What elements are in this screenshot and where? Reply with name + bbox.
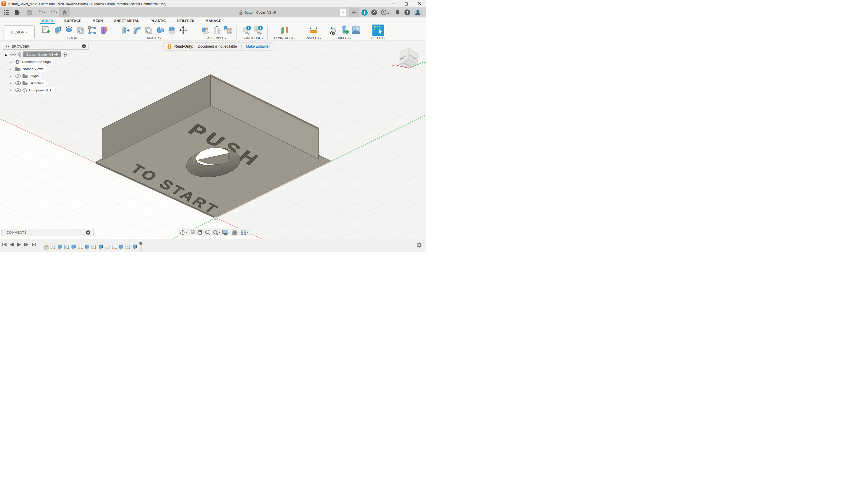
- collapsed-arrow-icon[interactable]: [10, 82, 12, 84]
- eye-visible-icon[interactable]: [15, 81, 21, 85]
- collapsed-arrow-icon[interactable]: [10, 89, 12, 91]
- viewport-3d[interactable]: PUSH TO START RIGHT BACK BOTTOM X: [0, 41, 426, 239]
- browser-root-label[interactable]: Button_Cover_V2 v9: [23, 52, 61, 57]
- timeline-feature-extrude[interactable]: [57, 244, 63, 250]
- look-at-icon[interactable]: [189, 230, 195, 235]
- play-icon[interactable]: [17, 242, 21, 247]
- timeline-feature-sketch[interactable]: [50, 244, 56, 250]
- origin-marker[interactable]: [214, 216, 217, 220]
- section-label-modify[interactable]: MODIFY ▾: [119, 36, 190, 40]
- browser-row-document-settings[interactable]: Document Settings: [10, 58, 53, 65]
- extensions-icon[interactable]: [361, 8, 368, 16]
- save-icon[interactable]: [25, 8, 33, 16]
- browser-row-named-views[interactable]: Named Views: [10, 66, 46, 72]
- tab-plastic[interactable]: PLASTIC: [150, 18, 167, 23]
- section-label-create[interactable]: CREATE ▾: [39, 36, 110, 40]
- expand-arrow-icon[interactable]: [5, 53, 7, 56]
- fillet-icon[interactable]: [132, 25, 142, 36]
- go-to-start-icon[interactable]: [2, 242, 6, 247]
- comments-bar[interactable]: COMMENTS: [1, 229, 93, 236]
- timeline-feature-sketch[interactable]: [77, 244, 83, 250]
- minimize-panel-icon[interactable]: [82, 44, 86, 48]
- combine-icon[interactable]: [155, 25, 166, 36]
- notifications-bell-icon[interactable]: [394, 8, 401, 16]
- timeline-feature-extrude[interactable]: [84, 244, 90, 250]
- plug-icon[interactable]: [370, 8, 378, 16]
- timeline-settings-gear-icon[interactable]: [417, 242, 422, 248]
- browser-row-root[interactable]: Button_Cover_V2 v9: [5, 51, 67, 58]
- file-menu-button[interactable]: ▾: [13, 8, 23, 16]
- section-label-construct[interactable]: CONSTRUCT ▾: [272, 36, 298, 40]
- tab-surface[interactable]: SURFACE: [64, 18, 82, 23]
- timeline-feature-extrude[interactable]: [70, 244, 76, 250]
- help-icon[interactable]: ?: [403, 8, 411, 16]
- zoom-icon[interactable]: [205, 230, 210, 235]
- timeline-feature-sketch[interactable]: [111, 244, 117, 250]
- configuration-icon[interactable]: [242, 25, 253, 36]
- grid-display-icon[interactable]: ▾: [232, 230, 239, 235]
- section-label-insert[interactable]: INSERT ▾: [326, 36, 363, 40]
- timeline-feature-component[interactable]: [43, 244, 49, 250]
- app-grid-icon[interactable]: [2, 8, 10, 16]
- browser-row-origin[interactable]: Origin: [10, 73, 41, 79]
- new-component-icon[interactable]: [200, 25, 210, 36]
- chevron-down-icon[interactable]: ▾: [247, 231, 248, 234]
- make-editable-link[interactable]: Make Editable: [246, 44, 268, 49]
- tab-solid[interactable]: SOLID: [41, 18, 54, 23]
- timeline-feature-sketch[interactable]: [125, 244, 131, 250]
- chevron-down-icon[interactable]: ▾: [238, 231, 239, 234]
- tab-mesh[interactable]: MESH: [92, 18, 104, 23]
- eye-visible-icon[interactable]: [10, 53, 16, 56]
- insert-fastener-icon[interactable]: [339, 25, 350, 36]
- rectangular-pattern-icon[interactable]: [87, 25, 98, 36]
- pan-icon[interactable]: [197, 230, 203, 235]
- design-workspace-dropdown[interactable]: DESIGN ▾: [3, 25, 35, 39]
- insert-derive-icon[interactable]: [328, 25, 338, 36]
- undo-button[interactable]: ▾: [36, 8, 47, 16]
- timeline-feature-extrude[interactable]: [98, 244, 104, 250]
- redo-button[interactable]: ▾: [48, 8, 59, 16]
- avatar[interactable]: [414, 8, 421, 16]
- select-tool-icon[interactable]: [372, 24, 384, 36]
- orbit-icon[interactable]: ▾: [180, 230, 187, 235]
- timeline-marker[interactable]: [139, 242, 143, 252]
- timeline-feature-chamfer[interactable]: [104, 244, 110, 250]
- collapse-panel-icon[interactable]: [5, 45, 10, 48]
- chevron-down-icon[interactable]: ▾: [228, 231, 230, 234]
- section-label-inspect[interactable]: INSPECT ▾: [304, 36, 323, 40]
- zoom-window-icon[interactable]: ▾: [212, 230, 220, 235]
- tab-utilities[interactable]: UTILITIES: [176, 18, 195, 23]
- configuration-table-icon[interactable]: [254, 25, 264, 36]
- eye-visible-icon[interactable]: [15, 88, 21, 92]
- home-tab-button[interactable]: [58, 7, 70, 17]
- activate-component-radio[interactable]: [63, 52, 67, 57]
- chevron-down-icon[interactable]: ▾: [44, 11, 45, 14]
- measure-icon[interactable]: [308, 25, 319, 36]
- section-label-assemble[interactable]: ASSEMBLE ▾: [199, 36, 234, 40]
- section-label-select[interactable]: SELECT ▾: [369, 36, 387, 40]
- timeline-feature-sketch[interactable]: [64, 244, 70, 250]
- step-back-icon[interactable]: [10, 242, 14, 247]
- browser-row-sketches[interactable]: Sketches: [10, 80, 46, 86]
- collapsed-arrow-icon[interactable]: [10, 68, 12, 70]
- eye-hidden-icon[interactable]: [15, 74, 21, 78]
- shell-icon[interactable]: [143, 25, 154, 36]
- tab-manage[interactable]: MANAGE: [205, 18, 222, 23]
- viewports-icon[interactable]: ▾: [241, 230, 248, 235]
- joint-icon[interactable]: [211, 25, 222, 36]
- display-settings-icon[interactable]: ▾: [222, 230, 230, 235]
- job-status-clock-icon[interactable]: 1: [380, 8, 390, 16]
- go-to-end-icon[interactable]: [32, 242, 36, 247]
- create-form-icon[interactable]: [98, 25, 109, 36]
- minimize-button[interactable]: [387, 0, 400, 7]
- tab-sheet-metal[interactable]: SHEET METAL: [114, 18, 140, 23]
- browser-row-component1[interactable]: Component1:1: [10, 87, 54, 93]
- chevron-down-icon[interactable]: ▾: [56, 11, 57, 14]
- collapsed-arrow-icon[interactable]: [10, 75, 12, 77]
- new-tab-button[interactable]: [349, 7, 359, 17]
- chevron-down-icon[interactable]: ▾: [186, 231, 187, 234]
- split-body-icon[interactable]: [167, 25, 177, 36]
- hole-icon[interactable]: [75, 25, 86, 36]
- extrude-icon[interactable]: [52, 25, 63, 36]
- move-copy-icon[interactable]: [178, 25, 189, 36]
